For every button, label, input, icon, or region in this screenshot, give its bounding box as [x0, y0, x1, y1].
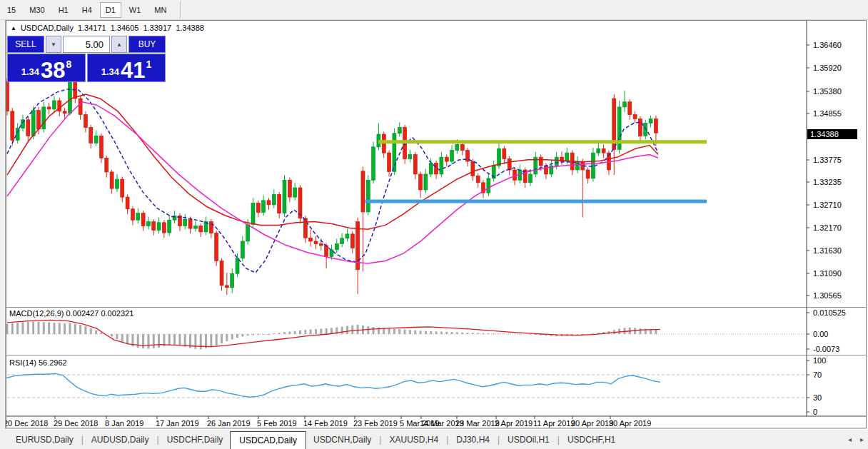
timeframe-15[interactable]: 15 [1, 2, 21, 18]
tab-usdoil-h1[interactable]: USDOil,H1 [500, 432, 557, 448]
tab-separator: | [498, 435, 500, 445]
tab-separator: | [557, 435, 560, 445]
timeframe-h4[interactable]: H4 [76, 2, 98, 18]
current-price-tag: 1.34388 [807, 129, 857, 139]
svg-text:26 Jan 2019: 26 Jan 2019 [207, 419, 251, 428]
ohlc-low: 1.33917 [143, 24, 171, 32]
svg-text:-0.0073: -0.0073 [813, 345, 839, 353]
svg-text:1.34388: 1.34388 [810, 130, 839, 138]
tab-usdchf-daily[interactable]: USDCHF,Daily [160, 432, 231, 448]
buy-price-pips: 41 [121, 61, 145, 80]
svg-text:30 Apr 2019: 30 Apr 2019 [609, 419, 651, 428]
tab-separator: | [446, 435, 448, 445]
toolbar-separator [180, 1, 181, 19]
tab-scroll-arrows: ◂▸ [839, 435, 864, 443]
svg-text:0.00: 0.00 [813, 330, 828, 338]
buy-price[interactable]: 1.34 41 1 [87, 54, 166, 82]
tab-usdchf-h1[interactable]: USDCHF,H1 [560, 432, 622, 448]
svg-text:1.30565: 1.30565 [813, 291, 842, 300]
volume-input[interactable]: 5.00 [63, 36, 110, 53]
pane-separator [6, 308, 867, 308]
svg-text:0.010525: 0.010525 [813, 308, 846, 317]
svg-text:1.36460: 1.36460 [813, 41, 842, 49]
svg-text:30: 30 [813, 393, 822, 402]
tab-audusd-daily[interactable]: AUDUSD,Daily [84, 432, 156, 448]
svg-text:1.32710: 1.32710 [813, 201, 842, 209]
pane-separator [6, 355, 867, 355]
timeframe-d1[interactable]: D1 [100, 2, 121, 18]
svg-text:100: 100 [813, 356, 826, 365]
left-strip [0, 20, 6, 429]
buy-price-point: 1 [146, 59, 152, 70]
scroll-right-icon[interactable]: ▸ [860, 435, 864, 443]
ohlc-close: 1.34388 [176, 24, 204, 32]
tab-separator: | [81, 435, 84, 445]
tab-separator: | [157, 435, 159, 445]
timeframe-h1[interactable]: H1 [53, 2, 74, 18]
ohlc-open: 1.34171 [78, 24, 106, 32]
pane-separator [6, 355, 867, 356]
svg-text:1.34855: 1.34855 [813, 109, 842, 118]
svg-text:11 Apr 2019: 11 Apr 2019 [533, 419, 575, 428]
sell-price-bigfigure: 1.34 [21, 66, 39, 77]
svg-text:20 Apr 2019: 20 Apr 2019 [571, 419, 613, 428]
ohlc-high: 1.34605 [111, 24, 139, 32]
svg-text:8 Jan 2019: 8 Jan 2019 [105, 419, 143, 428]
volume-up-button[interactable]: ▲ [111, 36, 127, 53]
one-click-trade-panel: SELL ▼ 5.00 ▲ BUY 1.34 38 8 1.34 41 1 [7, 36, 166, 82]
buy-price-bigfigure: 1.34 [101, 66, 119, 77]
buy-button[interactable]: BUY [128, 36, 166, 53]
sell-price-pips: 38 [41, 61, 65, 80]
chevron-down-icon: ▼ [51, 41, 56, 48]
chevron-up-icon: ▲ [116, 41, 122, 48]
tab-xauusd-h4[interactable]: XAUUSD,H4 [382, 432, 445, 448]
svg-text:1.35380: 1.35380 [813, 87, 842, 96]
tab-separator: | [379, 435, 381, 445]
symbol-label: USDCAD,Daily [21, 24, 74, 32]
symbol-tabbar: EURUSD,Daily|AUDUSD,Daily|USDCHF,DailyUS… [0, 429, 868, 449]
svg-text:20 Dec 2018: 20 Dec 2018 [4, 419, 48, 428]
svg-text:1.31630: 1.31630 [813, 246, 842, 255]
rsi-label: RSI(14) 56.2962 [9, 358, 67, 367]
collapse-icon[interactable]: ▲ [11, 25, 16, 31]
pane-separator [6, 307, 867, 308]
macd-label: MACD(12,26,9) 0.002427 0.002321 [9, 309, 133, 318]
resistance-line [378, 140, 707, 143]
svg-text:2 Apr 2019: 2 Apr 2019 [495, 419, 533, 428]
sell-price[interactable]: 1.34 38 8 [7, 54, 86, 82]
sell-price-point: 8 [66, 59, 72, 70]
svg-text:5 Feb 2019: 5 Feb 2019 [257, 419, 297, 428]
timeframe-toolbar: 15M30H1H4D1W1MN [0, 0, 868, 20]
tab-eurusd-daily[interactable]: EURUSD,Daily [9, 432, 81, 448]
svg-text:17 Jan 2019: 17 Jan 2019 [156, 419, 199, 428]
svg-text:1.32170: 1.32170 [813, 223, 842, 232]
svg-text:1.33775: 1.33775 [813, 156, 842, 164]
tab-dj30-h4[interactable]: DJ30,H4 [449, 432, 497, 448]
chart-title: ▲ USDCAD,Daily 1.34171 1.34605 1.33917 1… [11, 24, 204, 32]
svg-text:23 Feb 2019: 23 Feb 2019 [353, 419, 398, 428]
scroll-left-icon[interactable]: ◂ [848, 435, 852, 443]
support-line [365, 200, 707, 203]
svg-text:29 Dec 2018: 29 Dec 2018 [54, 419, 98, 428]
sell-button[interactable]: SELL [7, 36, 44, 53]
timeframe-mn[interactable]: MN [148, 2, 172, 18]
svg-text:0: 0 [813, 408, 817, 416]
timeframe-m30[interactable]: M30 [24, 2, 50, 18]
tab-usdcad-daily[interactable]: USDCAD,Daily [230, 431, 306, 449]
timeframe-w1[interactable]: W1 [123, 2, 147, 18]
tab-usdcnh-daily[interactable]: USDCNH,Daily [306, 432, 378, 448]
svg-text:1.33235: 1.33235 [813, 178, 842, 186]
svg-text:70: 70 [813, 370, 822, 379]
svg-text:23 Mar 2019: 23 Mar 2019 [455, 419, 500, 428]
volume-down-button[interactable]: ▼ [46, 36, 61, 53]
svg-text:1.35920: 1.35920 [813, 64, 842, 72]
svg-text:14 Feb 2019: 14 Feb 2019 [303, 419, 348, 428]
svg-text:1.31090: 1.31090 [813, 269, 842, 278]
